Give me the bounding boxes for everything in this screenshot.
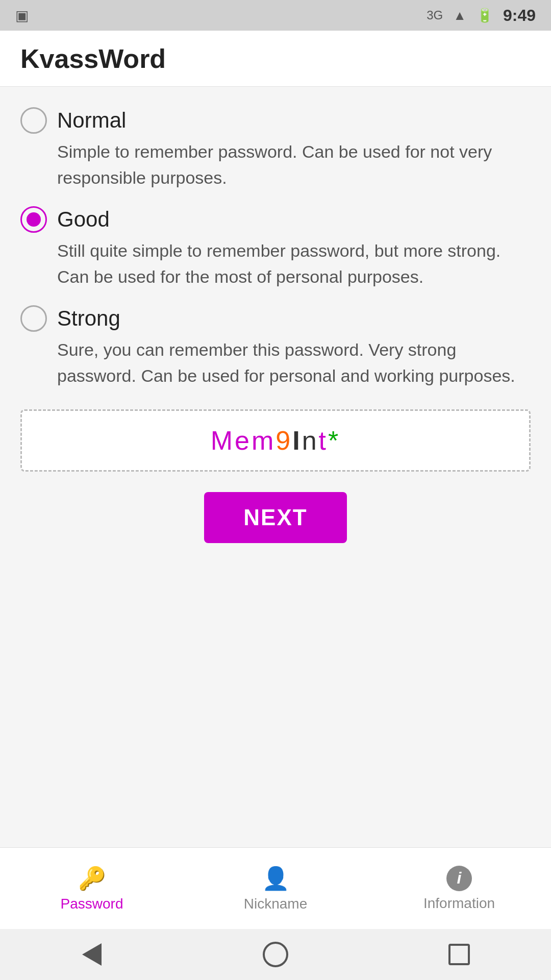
tab-nickname-label: Nickname xyxy=(244,896,307,912)
tab-information-label: Information xyxy=(423,895,495,912)
pw-char-M: M xyxy=(211,426,235,455)
option-strong[interactable]: Strong Sure, you can remember this passw… xyxy=(20,305,531,389)
home-icon xyxy=(263,942,288,967)
pw-char-n: n xyxy=(302,426,319,455)
option-strong-label: Strong xyxy=(57,306,120,331)
pw-char-I: I xyxy=(292,426,302,455)
notification-icon: ▣ xyxy=(15,7,29,24)
option-normal-label: Normal xyxy=(57,108,126,133)
key-icon: 🔑 xyxy=(78,865,106,892)
generated-password: Mem9Int* xyxy=(211,426,341,455)
option-normal-description: Simple to remember password. Can be used… xyxy=(20,139,531,191)
network-indicator: 3G xyxy=(427,8,443,22)
pw-char-t: t xyxy=(319,426,328,455)
password-display-box: Mem9Int* xyxy=(20,409,531,472)
pw-char-star: * xyxy=(328,426,340,455)
info-icon: i xyxy=(446,866,472,891)
bottom-nav: 🔑 Password 👤 Nickname i Information xyxy=(0,847,551,929)
status-bar: ▣ 3G ▲ 🔋 9:49 xyxy=(0,0,551,31)
status-time: 9:49 xyxy=(503,6,536,25)
status-bar-left: ▣ xyxy=(15,7,29,24)
back-icon xyxy=(82,943,102,966)
radio-normal[interactable] xyxy=(20,107,47,134)
radio-strong[interactable] xyxy=(20,305,47,332)
option-good[interactable]: Good Still quite simple to remember pass… xyxy=(20,206,531,290)
option-normal[interactable]: Normal Simple to remember password. Can … xyxy=(20,107,531,191)
pw-char-e: e xyxy=(235,426,252,455)
recent-icon xyxy=(448,944,470,965)
pw-char-m: m xyxy=(252,426,276,455)
option-strong-description: Sure, you can remember this password. Ve… xyxy=(20,337,531,389)
radio-good[interactable] xyxy=(20,206,47,233)
person-icon: 👤 xyxy=(262,865,290,892)
tab-information[interactable]: i Information xyxy=(367,848,551,929)
main-content: Normal Simple to remember password. Can … xyxy=(0,87,551,847)
app-title: KvassWord xyxy=(20,43,166,74)
tab-password[interactable]: 🔑 Password xyxy=(0,848,184,929)
recent-button[interactable] xyxy=(444,939,474,970)
tab-nickname[interactable]: 👤 Nickname xyxy=(184,848,367,929)
option-good-description: Still quite simple to remember password,… xyxy=(20,238,531,290)
back-button[interactable] xyxy=(77,939,107,970)
home-button[interactable] xyxy=(260,939,291,970)
system-nav xyxy=(0,929,551,980)
tab-password-label: Password xyxy=(61,896,123,912)
pw-char-9: 9 xyxy=(276,426,292,455)
battery-icon: 🔋 xyxy=(477,8,493,23)
next-button[interactable]: NEXT xyxy=(204,492,347,543)
signal-icon: ▲ xyxy=(453,8,466,23)
app-bar: KvassWord xyxy=(0,31,551,87)
option-good-label: Good xyxy=(57,207,110,232)
